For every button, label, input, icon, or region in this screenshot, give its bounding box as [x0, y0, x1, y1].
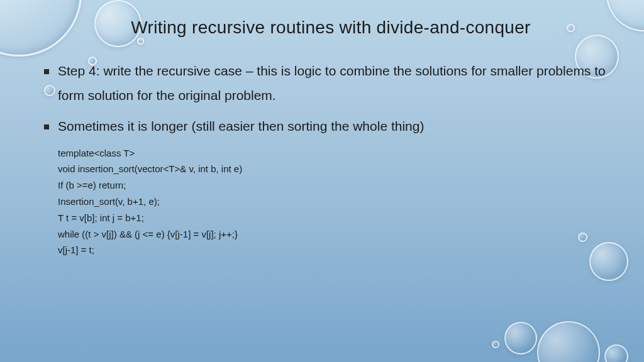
code-line: void insertion_sort(vector<T>& v, int b,… — [58, 161, 606, 177]
slide-content: Writing recursive routines with divide-a… — [0, 0, 644, 362]
code-line: while ((t > v[j]) && (j <= e) {v[j-1] = … — [58, 226, 606, 243]
code-line: Insertion_sort(v, b+1, e); — [58, 194, 606, 210]
code-line: T t = v[b]; int j = b+1; — [58, 210, 606, 226]
code-line: v[j-1] = t; — [58, 242, 606, 258]
code-block: template<class T> void insertion_sort(ve… — [55, 145, 606, 259]
bullet-item: Sometimes it is longer (still easier the… — [55, 114, 606, 139]
code-line: template<class T> — [58, 145, 606, 162]
bullet-item: Step 4: write the recursive case – this … — [55, 59, 606, 108]
slide-title: Writing recursive routines with divide-a… — [55, 18, 606, 38]
code-line: If (b >=e) return; — [58, 177, 606, 194]
bullet-list: Step 4: write the recursive case – this … — [55, 59, 606, 139]
